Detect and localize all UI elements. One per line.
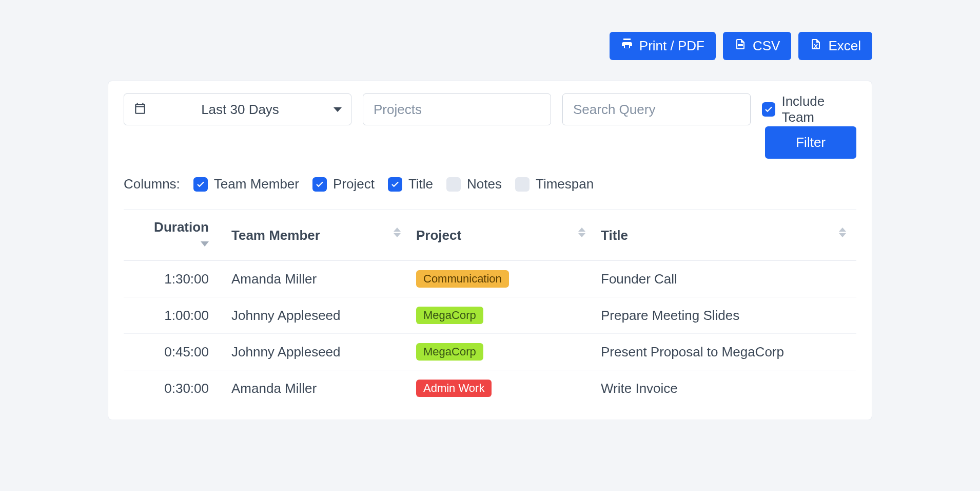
include-team-checkbox[interactable] xyxy=(762,102,775,117)
cell-team-member: Amanda Miller xyxy=(226,261,411,297)
project-tag: MegaCorp xyxy=(416,307,483,324)
sort-icon xyxy=(578,228,585,237)
cell-team-member: Johnny Appleseed xyxy=(226,297,411,334)
cell-title: Present Proposal to MegaCorp xyxy=(596,334,856,370)
include-team-label: Include Team xyxy=(781,93,856,125)
col-header-title[interactable]: Title xyxy=(596,210,856,261)
results-table: Duration Team Member Project Title xyxy=(124,210,856,406)
columns-row: Columns: Team Member Project Title Notes… xyxy=(124,176,856,206)
project-tag: MegaCorp xyxy=(416,343,483,361)
file-csv-icon xyxy=(734,38,747,54)
cell-duration: 1:30:00 xyxy=(124,261,226,297)
col-toggle-project[interactable]: Project xyxy=(312,176,375,192)
cell-team-member: Amanda Miller xyxy=(226,370,411,407)
svg-rect-0 xyxy=(738,44,743,46)
search-input[interactable] xyxy=(562,93,751,125)
filters-top-row: Last 30 Days Include Team Filter xyxy=(124,93,856,167)
cell-project: Admin Work xyxy=(411,370,596,407)
include-team-toggle[interactable]: Include Team xyxy=(762,93,856,125)
col-label-notes: Notes xyxy=(467,176,502,192)
print-pdf-button[interactable]: Print / PDF xyxy=(610,32,716,60)
excel-label: Excel xyxy=(828,38,861,54)
cell-duration: 0:45:00 xyxy=(124,334,226,370)
col-checkbox-team-member[interactable] xyxy=(193,177,208,192)
cell-project: MegaCorp xyxy=(411,297,596,334)
sort-icon xyxy=(394,228,401,237)
col-toggle-notes[interactable]: Notes xyxy=(446,176,502,192)
col-checkbox-title[interactable] xyxy=(388,177,402,192)
table-row: 0:45:00Johnny AppleseedMegaCorpPresent P… xyxy=(124,334,856,370)
cell-title: Founder Call xyxy=(596,261,856,297)
csv-button[interactable]: CSV xyxy=(723,32,791,60)
col-toggle-title[interactable]: Title xyxy=(388,176,433,192)
print-pdf-label: Print / PDF xyxy=(639,38,704,54)
filter-button[interactable]: Filter xyxy=(765,126,856,159)
date-range-picker[interactable]: Last 30 Days xyxy=(124,93,351,125)
calendar-icon xyxy=(133,102,147,117)
projects-input[interactable] xyxy=(363,93,551,125)
sort-desc-icon xyxy=(201,241,209,247)
print-icon xyxy=(621,38,633,54)
filters-card: Last 30 Days Include Team Filter Columns… xyxy=(108,81,872,420)
col-label-team-member: Team Member xyxy=(214,176,299,192)
cell-title: Prepare Meeting Slides xyxy=(596,297,856,334)
col-checkbox-notes[interactable] xyxy=(446,177,461,192)
cell-project: Communication xyxy=(411,261,596,297)
col-label-timespan: Timespan xyxy=(536,176,594,192)
col-header-duration[interactable]: Duration xyxy=(124,210,226,261)
table-row: 0:30:00Amanda MillerAdmin WorkWrite Invo… xyxy=(124,370,856,407)
excel-button[interactable]: Excel xyxy=(798,32,872,60)
col-checkbox-project[interactable] xyxy=(312,177,327,192)
cell-duration: 0:30:00 xyxy=(124,370,226,407)
date-range-label: Last 30 Days xyxy=(147,102,334,118)
columns-label: Columns: xyxy=(124,176,180,192)
table-row: 1:00:00Johnny AppleseedMegaCorpPrepare M… xyxy=(124,297,856,334)
cell-duration: 1:00:00 xyxy=(124,297,226,334)
csv-label: CSV xyxy=(753,38,780,54)
project-tag: Communication xyxy=(416,270,509,288)
col-toggle-team-member[interactable]: Team Member xyxy=(193,176,299,192)
col-toggle-timespan[interactable]: Timespan xyxy=(515,176,594,192)
col-header-team-member[interactable]: Team Member xyxy=(226,210,411,261)
export-bar: Print / PDF CSV Excel xyxy=(108,32,872,60)
col-header-project[interactable]: Project xyxy=(411,210,596,261)
col-label-project: Project xyxy=(333,176,375,192)
chevron-down-icon xyxy=(334,107,342,112)
cell-project: MegaCorp xyxy=(411,334,596,370)
project-tag: Admin Work xyxy=(416,380,492,397)
table-row: 1:30:00Amanda MillerCommunicationFounder… xyxy=(124,261,856,297)
file-excel-icon xyxy=(810,38,822,54)
sort-icon xyxy=(839,228,846,237)
cell-team-member: Johnny Appleseed xyxy=(226,334,411,370)
col-checkbox-timespan[interactable] xyxy=(515,177,530,192)
col-label-title: Title xyxy=(408,176,433,192)
cell-title: Write Invoice xyxy=(596,370,856,407)
